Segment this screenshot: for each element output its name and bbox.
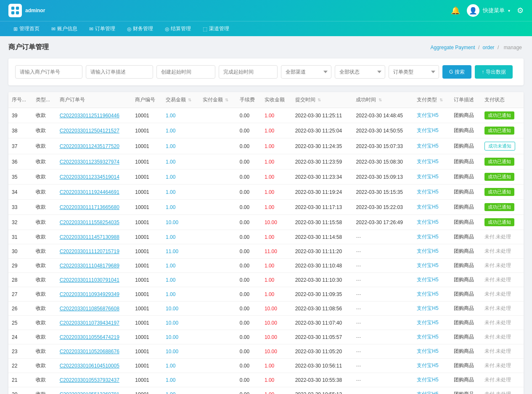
- td-payment-status: 成功已通知: [481, 185, 524, 200]
- sidebar-item-finance[interactable]: ◎ 财务管理: [122, 24, 158, 34]
- td-submit-time: 2022-03-30 11:25:11: [292, 108, 353, 123]
- td-seq: 25: [8, 316, 32, 330]
- sort-icon-submit: ⇅: [318, 98, 321, 102]
- td-fee: 0.00: [236, 123, 261, 138]
- settings-gear-icon[interactable]: ⚙: [517, 6, 524, 15]
- order-no-link[interactable]: C20220330105537932437: [60, 377, 119, 383]
- success-time-value: 2022-03-30 15:15:35: [356, 189, 402, 195]
- breadcrumb: Aggregate Payment / order / manage: [431, 45, 524, 50]
- order-no-link[interactable]: C20220330112511960446: [60, 113, 119, 119]
- table-row: 34 收款 C20220330111924464691 10001 1.00 0…: [8, 185, 524, 200]
- sidebar-item-account[interactable]: ✉ 账户信息: [46, 24, 82, 34]
- sidebar-item-channel[interactable]: ⬚ 渠道管理: [198, 24, 234, 34]
- chevron-down-icon: ▾: [508, 8, 510, 13]
- create-time-input[interactable]: [156, 65, 215, 79]
- order-no-link[interactable]: C20220330112359327974: [60, 159, 119, 165]
- td-seq: 39: [8, 108, 32, 123]
- sidebar-item-home[interactable]: ⊞ 管理首页: [8, 24, 45, 34]
- status-badge: 未付.未处理: [484, 391, 511, 394]
- logo-icon: [8, 4, 22, 17]
- success-time-empty: ---: [356, 377, 361, 383]
- export-button[interactable]: ↑ 导出数据: [475, 65, 513, 79]
- logo: adminor: [8, 4, 45, 17]
- success-time-value: 2022-03-30 15:22:03: [356, 204, 402, 210]
- order-no-link[interactable]: C20220330110739434197: [60, 320, 119, 326]
- td-trade-amount: 1.00: [162, 169, 199, 185]
- td-payment-status: 未付.未处理: [481, 230, 524, 244]
- complete-time-input[interactable]: [219, 65, 278, 79]
- td-payment-status: 未付.未处理: [481, 373, 524, 387]
- user-menu[interactable]: 👤 快捷菜单 ▾: [467, 4, 510, 17]
- th-trade-amount[interactable]: 交易金额 ⇅: [162, 92, 199, 108]
- td-order-desc: 团购商品: [450, 138, 481, 154]
- td-payment-type: 支付宝H5: [413, 169, 450, 185]
- order-no-link[interactable]: C20220330111030791041: [60, 277, 119, 283]
- order-no-link[interactable]: C20220330110520688676: [60, 349, 119, 354]
- th-payment-type[interactable]: 支付类型 ⇅: [413, 92, 450, 108]
- td-fee: 0.00: [236, 200, 261, 215]
- order-no-link[interactable]: C20220330111120715719: [60, 249, 119, 254]
- table-row: 20 收款 C20220330105513260781 10001 1.00 0…: [8, 387, 524, 394]
- td-merchant-id: 10001: [132, 259, 162, 273]
- sort-icon-success: ⇅: [378, 98, 382, 102]
- order-no-link[interactable]: C20220330110556474219: [60, 334, 119, 340]
- td-order-no: C20220330111048179689: [56, 259, 132, 273]
- orders-table-panel: 序号... 类型... 商户订单号 商户编号 交易金额 ⇅ 实付金额 ⇅ 手续费…: [8, 92, 524, 394]
- breadcrumb-link-order[interactable]: order: [483, 45, 495, 50]
- td-received: 10.00: [261, 316, 292, 330]
- th-submit-time[interactable]: 提交时间 ⇅: [292, 92, 353, 108]
- table-row: 29 收款 C20220330111048179689 10001 1.00 0…: [8, 259, 524, 273]
- order-no-link[interactable]: C20220330110934929349: [60, 291, 119, 297]
- td-payment-type: 支付宝H5: [413, 230, 450, 244]
- order-no-link[interactable]: C20220330112435177520: [60, 143, 119, 149]
- nav-label-billing: 结算管理: [171, 25, 191, 32]
- order-no-link[interactable]: C20220330111048179689: [60, 263, 119, 269]
- breadcrumb-link-aggregate[interactable]: Aggregate Payment: [431, 45, 475, 50]
- status-select[interactable]: 全部状态: [335, 65, 385, 79]
- td-submit-time: 2022-03-30 11:14:58: [292, 230, 353, 244]
- td-seq: 26: [8, 301, 32, 316]
- th-actual-amount[interactable]: 实付金额 ⇅: [199, 92, 236, 108]
- order-no-link[interactable]: C20220330106104510005: [60, 363, 119, 369]
- td-actual-amount: [199, 138, 236, 154]
- td-trade-amount: 10.00: [162, 301, 199, 316]
- success-time-empty: ---: [356, 391, 361, 394]
- td-actual-amount: [199, 169, 236, 185]
- header: adminor 🔔 👤 快捷菜单 ▾ ⚙: [0, 0, 532, 21]
- td-trade-amount: 10.00: [162, 330, 199, 344]
- td-fee: 0.00: [236, 138, 261, 154]
- order-no-link[interactable]: C20220330112504121527: [60, 128, 119, 134]
- export-label: 导出数据: [486, 69, 506, 76]
- td-fee: 0.00: [236, 259, 261, 273]
- order-no-link[interactable]: C20220330111713665680: [60, 204, 119, 210]
- td-payment-type: 支付宝H5: [413, 387, 450, 394]
- order-no-link[interactable]: C20220330112334519014: [60, 174, 119, 180]
- order-no-link[interactable]: C20220330111558254035: [60, 219, 119, 225]
- search-button[interactable]: G 搜索: [442, 65, 471, 79]
- order-no-input[interactable]: [15, 65, 82, 79]
- td-order-no: C20220330111924464691: [56, 185, 132, 200]
- order-no-link[interactable]: C20220330111457130988: [60, 234, 119, 240]
- sidebar-item-billing[interactable]: ◎ 结算管理: [160, 24, 196, 34]
- table-row: 32 收款 C20220330111558254035 10001 10.00 …: [8, 215, 524, 230]
- order-no-link[interactable]: C20220330111924464691: [60, 189, 119, 195]
- td-merchant-id: 10001: [132, 359, 162, 373]
- td-order-desc: 团购商品: [450, 287, 481, 301]
- order-no-link[interactable]: C20220330105513260781: [60, 391, 119, 394]
- order-no-link[interactable]: C20220330110856876608: [60, 306, 119, 312]
- td-fee: 0.00: [236, 316, 261, 330]
- td-order-no: C20220330106104510005: [56, 359, 132, 373]
- channel-select[interactable]: 全部渠道: [281, 65, 331, 79]
- order-desc-input[interactable]: [86, 65, 153, 79]
- status-badge: 未付.未处理: [484, 305, 511, 311]
- table-row: 31 收款 C20220330111457130988 10001 1.00 0…: [8, 230, 524, 244]
- td-type: 收款: [32, 359, 56, 373]
- order-type-select[interactable]: 订单类型: [389, 65, 439, 79]
- success-time-empty: ---: [356, 234, 361, 240]
- sidebar-item-order[interactable]: ✉ 订单管理: [84, 24, 120, 34]
- td-fee: 0.00: [236, 373, 261, 387]
- th-success-time[interactable]: 成功时间 ⇅: [352, 92, 413, 108]
- td-payment-status: 未付.未处理: [481, 287, 524, 301]
- td-trade-amount: 1.00: [162, 138, 199, 154]
- notification-bell-icon[interactable]: 🔔: [451, 6, 460, 15]
